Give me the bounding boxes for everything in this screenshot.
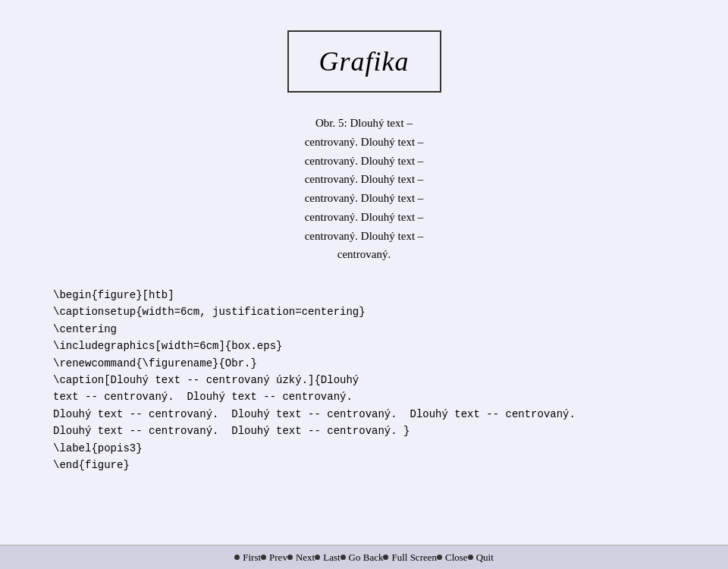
figure-title: Grafika <box>319 46 410 77</box>
nav-dot <box>383 555 388 560</box>
nav-label: First <box>243 552 261 564</box>
caption-line: Obr. 5: Dlouhý text – <box>305 114 424 133</box>
caption-line: centrovaný. Dlouhý text – <box>305 152 424 171</box>
nav-label: Quit <box>476 552 494 564</box>
code-line: \begin{figure}[htb] <box>53 287 682 303</box>
nav-label: Last <box>323 552 340 564</box>
caption-line: centrovaný. Dlouhý text – <box>305 227 424 246</box>
code-line: \centering <box>53 321 682 338</box>
nav-item-close[interactable]: Close <box>437 552 468 564</box>
code-line: Dlouhý text -- centrovaný. Dlouhý text -… <box>53 423 682 439</box>
nav-dot <box>287 555 293 560</box>
caption-line: centrovaný. Dlouhý text – <box>305 170 424 189</box>
nav-dot <box>437 555 442 560</box>
nav-item-go-back[interactable]: Go Back <box>340 552 384 564</box>
nav-item-prev[interactable]: Prev <box>261 552 287 564</box>
nav-label: Prev <box>269 552 287 564</box>
main-content: Grafika Obr. 5: Dlouhý text –centrovaný.… <box>0 0 728 545</box>
code-line: text -- centrovaný. Dlouhý text -- centr… <box>53 388 682 405</box>
caption-text: Obr. 5: Dlouhý text –centrovaný. Dlouhý … <box>305 114 424 264</box>
nav-dot <box>261 555 266 560</box>
code-line: \includegraphics[width=6cm]{box.eps} <box>53 338 682 354</box>
nav-label: Close <box>445 552 468 564</box>
code-line: \label{popis3} <box>53 440 682 457</box>
code-block: \begin{figure}[htb]\captionsetup{width=6… <box>46 287 682 473</box>
nav-dot <box>315 555 320 560</box>
code-line: \caption[Dlouhý text -- centrovaný úzký.… <box>53 372 682 388</box>
nav-dot <box>340 555 346 560</box>
caption-line: centrovaný. Dlouhý text – <box>305 189 424 208</box>
caption-line: centrovaný. Dlouhý text – <box>305 208 424 227</box>
bottom-nav: FirstPrevNextLastGo BackFull ScreenClose… <box>0 545 728 569</box>
nav-dot <box>468 555 473 560</box>
figure-box: Grafika <box>287 30 441 93</box>
code-line: \renewcommand{\figurename}{Obr.} <box>53 355 682 372</box>
nav-label: Go Back <box>349 552 384 564</box>
nav-item-full-screen[interactable]: Full Screen <box>383 552 437 564</box>
nav-item-quit[interactable]: Quit <box>468 552 494 564</box>
nav-dot <box>234 555 240 560</box>
code-line: Dlouhý text -- centrovaný. Dlouhý text -… <box>53 406 682 423</box>
caption-line: centrovaný. Dlouhý text – <box>305 133 424 152</box>
code-line: \captionsetup{width=6cm, justification=c… <box>53 303 682 320</box>
nav-item-first[interactable]: First <box>234 552 261 564</box>
nav-item-last[interactable]: Last <box>315 552 340 564</box>
nav-label: Full Screen <box>391 552 437 564</box>
nav-item-next[interactable]: Next <box>287 552 315 564</box>
code-line: \end{figure} <box>53 457 682 473</box>
caption-line: centrovaný. <box>305 245 424 264</box>
nav-label: Next <box>296 552 315 564</box>
